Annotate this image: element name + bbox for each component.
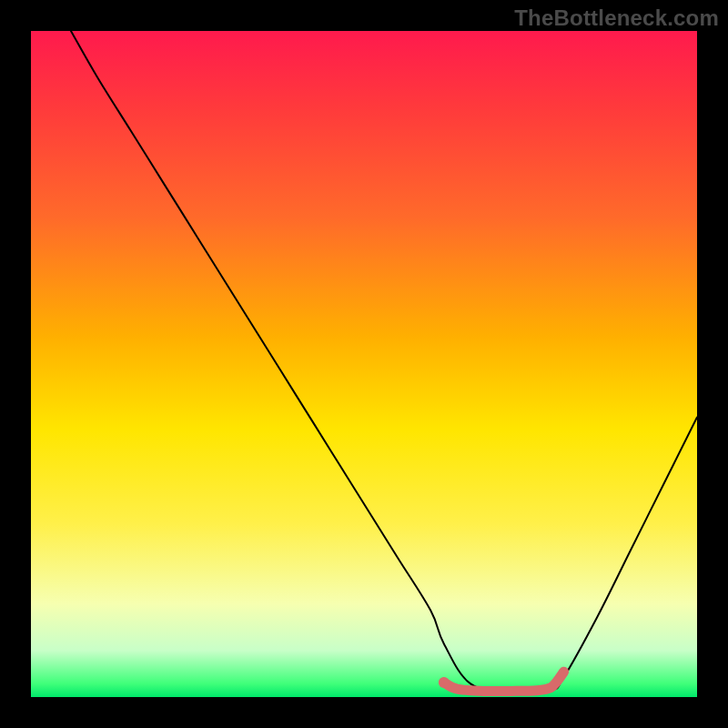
watermark-label: TheBottleneck.com — [514, 5, 719, 31]
chart-svg — [31, 31, 697, 697]
chart-frame: TheBottleneck.com — [0, 0, 728, 728]
bottleneck-curve — [71, 31, 697, 692]
plot-area — [31, 31, 697, 697]
optimal-start-dot — [439, 677, 450, 688]
